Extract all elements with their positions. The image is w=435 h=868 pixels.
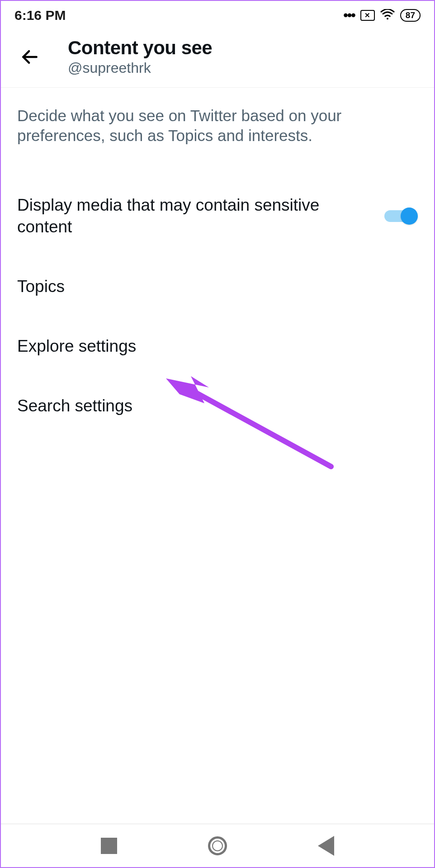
setting-label: Explore settings <box>17 335 418 357</box>
android-nav-bar <box>1 824 434 867</box>
status-indicators: ••• ✕ 87 <box>343 8 421 23</box>
page-description: Decide what you see on Twitter based on … <box>17 106 418 146</box>
toggle-thumb <box>401 208 418 225</box>
battery-indicator: 87 <box>400 9 421 22</box>
setting-search[interactable]: Search settings <box>17 382 418 429</box>
page-title: Content you see <box>68 37 212 59</box>
back-button[interactable] <box>19 46 41 68</box>
content-area: Decide what you see on Twitter based on … <box>1 88 434 429</box>
status-time: 6:16 PM <box>14 8 66 23</box>
toggle-sensitive-media[interactable] <box>384 207 418 226</box>
page-header: Content you see @supreethrk <box>1 30 434 88</box>
setting-topics[interactable]: Topics <box>17 263 418 310</box>
setting-sensitive-media[interactable]: Display media that may contain sensitive… <box>17 182 418 250</box>
username-subtitle: @supreethrk <box>68 60 212 76</box>
nav-home-button[interactable] <box>208 836 227 855</box>
back-arrow-icon <box>20 47 40 67</box>
setting-explore[interactable]: Explore settings <box>17 323 418 370</box>
setting-label: Topics <box>17 276 418 297</box>
nav-back-button[interactable] <box>318 836 334 856</box>
setting-label: Search settings <box>17 395 418 417</box>
status-bar: 6:16 PM ••• ✕ 87 <box>1 1 434 30</box>
more-dots-icon: ••• <box>343 8 355 23</box>
header-text-block: Content you see @supreethrk <box>68 37 212 76</box>
nav-recent-button[interactable] <box>101 838 117 854</box>
sim-missing-icon: ✕ <box>360 10 375 21</box>
wifi-icon <box>380 9 395 22</box>
setting-label: Display media that may contain sensitive… <box>17 194 384 238</box>
